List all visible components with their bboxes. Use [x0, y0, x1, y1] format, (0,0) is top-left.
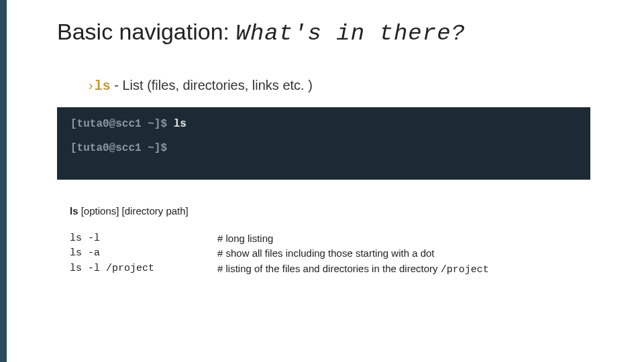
bullet-description: List (files, directories, links etc. )	[122, 78, 312, 93]
slide-title: Basic navigation: What's in there?	[57, 19, 466, 46]
caret-icon: ›	[89, 78, 93, 93]
title-prefix: Basic navigation:	[57, 19, 236, 44]
terminal-block: [tuta0@scc1 ~]$ ls [tuta0@scc1 ~]$	[57, 107, 590, 180]
bullet-command: ls	[95, 78, 111, 94]
terminal-prompt-2: [tuta0@scc1 ~]$	[70, 142, 167, 154]
example-row: ls -a # show all files including those s…	[70, 247, 489, 261]
slide: Basic navigation: What's in there? ›ls -…	[0, 0, 644, 362]
example-comment: # listing of the files and directories i…	[217, 262, 489, 277]
syntax-command: ls	[70, 205, 78, 217]
examples-block: ls -l # long listing ls -a # show all fi…	[70, 232, 489, 277]
terminal-command-1: ls	[174, 118, 186, 130]
syntax-args: [options] [directory path]	[78, 205, 189, 217]
terminal-prompt-1: [tuta0@scc1 ~]$	[70, 118, 174, 130]
syntax-line: ls [options] [directory path]	[70, 205, 189, 217]
example-row: ls -l # long listing	[70, 232, 489, 247]
title-suffix: What's in there?	[236, 21, 466, 46]
terminal-line-1: [tuta0@scc1 ~]$ ls	[70, 118, 577, 130]
bullet-line: ›ls - List (files, directories, links et…	[89, 78, 313, 94]
example-cmd: ls -l /project	[70, 262, 217, 277]
example-cmd: ls -l	[70, 232, 217, 247]
example-row: ls -l /project # listing of the files an…	[70, 262, 489, 277]
terminal-line-2: [tuta0@scc1 ~]$	[70, 142, 577, 154]
bullet-dash: -	[111, 78, 123, 93]
example-cmd: ls -a	[70, 247, 217, 261]
example-comment: # show all files including those startin…	[217, 247, 435, 261]
slide-left-accent	[0, 0, 7, 362]
example-comment: # long listing	[217, 232, 273, 247]
